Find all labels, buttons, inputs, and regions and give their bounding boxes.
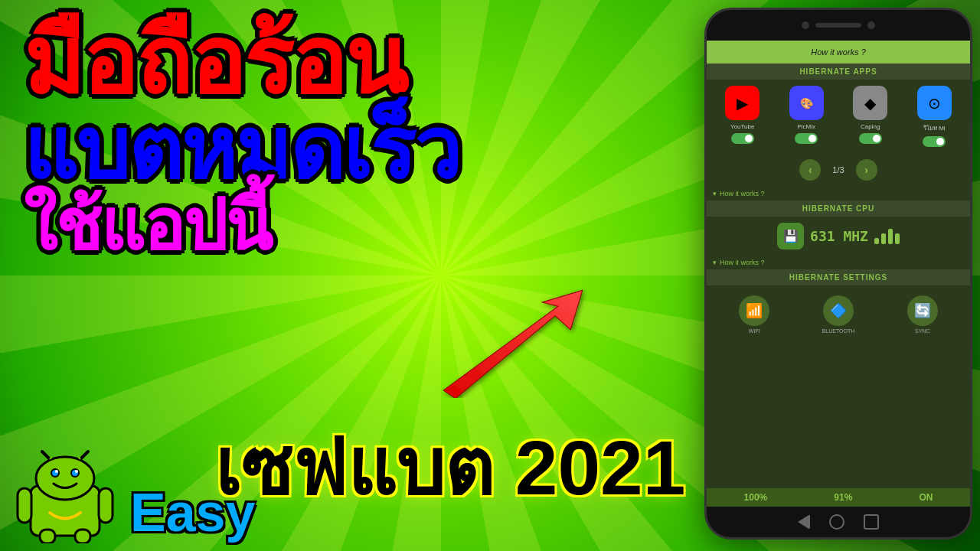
phone-notch xyxy=(707,10,970,41)
screen-header: How it works ? xyxy=(707,41,970,64)
cpu-bar-2 xyxy=(881,233,886,244)
sync-status-value: ON xyxy=(919,492,933,503)
cpu-frequency: 631 MHZ xyxy=(810,228,868,244)
cpu-section: 💾 631 MHZ xyxy=(707,217,970,256)
page-number: 1/3 xyxy=(832,165,844,174)
picmix-toggle[interactable] xyxy=(795,133,818,144)
how-it-works-cpu-label: How it works ? xyxy=(720,259,765,266)
settings-icons-row: 📶 WIFI 🔷 BLUETOOTH 🔄 SYNC xyxy=(713,295,964,334)
status-bar: 100% 91% ON xyxy=(707,488,970,507)
hibernate-settings-title: HIBERNATE SETTINGS xyxy=(707,269,970,285)
battery-status-value: 91% xyxy=(834,492,852,503)
front-camera-2 xyxy=(867,21,875,29)
save-text: เซฟแบต 2021 xyxy=(214,406,685,528)
hibernate-cpu-title: HIBERNATE CPU xyxy=(707,201,970,217)
app-grid: ▶ YouTube 🎨 PicMix ◆ Caping ⊙ รีโมท Mi xyxy=(707,80,970,153)
svg-marker-1 xyxy=(444,291,582,398)
pagination-row: ‹ 1/3 › xyxy=(707,153,970,187)
wifi-label: WIFI xyxy=(749,328,760,334)
svg-point-4 xyxy=(51,469,59,477)
mi-icon: ⊙ xyxy=(917,86,952,120)
svg-rect-15 xyxy=(75,530,90,543)
battery-status: 91% xyxy=(834,492,852,503)
svg-line-8 xyxy=(42,452,50,459)
svg-point-5 xyxy=(71,469,79,477)
wifi-status: 100% xyxy=(744,492,768,503)
red-arrow xyxy=(421,283,612,398)
caping-label: Caping xyxy=(861,123,880,130)
home-button[interactable] xyxy=(829,514,844,530)
app-item-caping: ◆ Caping xyxy=(853,86,887,147)
svg-line-10 xyxy=(80,452,88,459)
wifi-status-value: 100% xyxy=(744,492,768,503)
youtube-icon: ▶ xyxy=(725,86,760,120)
front-camera xyxy=(802,21,809,29)
title-line2: แบตหมดเร็ว xyxy=(23,107,643,191)
magic-text: How it works ? xyxy=(714,47,962,57)
caping-icon: ◆ xyxy=(853,86,887,120)
speaker xyxy=(815,23,861,28)
settings-section: 📶 WIFI 🔷 BLUETOOTH 🔄 SYNC xyxy=(707,285,970,340)
mi-label: รีโมท Mi xyxy=(923,123,946,133)
bluetooth-icon[interactable]: 🔷 xyxy=(823,295,854,326)
svg-rect-13 xyxy=(99,488,113,523)
caping-toggle[interactable] xyxy=(859,133,882,144)
bluetooth-setting: 🔷 BLUETOOTH xyxy=(822,295,855,334)
sync-label: SYNC xyxy=(915,328,929,334)
phone-container: How it works ? HIBERNATE APPS ▶ YouTube … xyxy=(704,8,972,540)
how-it-works-label: How it works ? xyxy=(720,190,765,197)
svg-point-6 xyxy=(55,470,58,473)
chevron-down-icon: ▾ xyxy=(713,190,717,197)
hibernate-apps-title: HIBERNATE APPS xyxy=(707,64,970,80)
easy-label: Easy xyxy=(130,486,255,540)
chevron-down-icon-2: ▾ xyxy=(713,259,717,266)
cpu-bars xyxy=(874,229,900,244)
cpu-bar-3 xyxy=(888,229,893,244)
picmix-icon: 🎨 xyxy=(789,86,824,120)
mi-toggle[interactable] xyxy=(923,136,946,147)
wifi-icon[interactable]: 📶 xyxy=(739,295,769,326)
back-button[interactable] xyxy=(798,514,810,530)
how-it-works-cpu[interactable]: ▾ How it works ? xyxy=(707,256,970,269)
youtube-toggle[interactable] xyxy=(731,133,754,144)
sync-icon[interactable]: 🔄 xyxy=(907,295,938,326)
cpu-bar-1 xyxy=(874,238,879,244)
sync-status: ON xyxy=(919,492,933,503)
svg-rect-14 xyxy=(40,530,55,543)
title-line3: ใช้แอปนี้ xyxy=(23,191,643,260)
svg-point-3 xyxy=(36,457,94,500)
bottom-left-area: Easy xyxy=(15,444,255,543)
next-page-button[interactable]: › xyxy=(856,159,877,181)
cpu-bar-4 xyxy=(895,233,900,244)
cpu-icon: 💾 xyxy=(777,223,804,249)
prev-page-button[interactable]: ‹ xyxy=(799,159,821,181)
bluetooth-label: BLUETOOTH xyxy=(822,328,855,334)
cpu-display: 💾 631 MHZ xyxy=(777,223,900,249)
recent-button[interactable] xyxy=(864,514,879,530)
android-logo xyxy=(15,444,115,543)
phone-bottom-bar xyxy=(707,507,970,537)
youtube-label: YouTube xyxy=(730,123,754,130)
app-item-mi: ⊙ รีโมท Mi xyxy=(917,86,952,147)
app-item-youtube: ▶ YouTube xyxy=(725,86,760,147)
phone-frame: How it works ? HIBERNATE APPS ▶ YouTube … xyxy=(704,8,972,540)
how-it-works-apps[interactable]: ▾ How it works ? xyxy=(707,187,970,201)
svg-rect-12 xyxy=(18,488,31,523)
phone-screen: How it works ? HIBERNATE APPS ▶ YouTube … xyxy=(707,41,970,507)
svg-point-7 xyxy=(75,470,78,473)
sync-setting: 🔄 SYNC xyxy=(907,295,938,334)
app-item-picmix: 🎨 PicMix xyxy=(789,86,824,147)
wifi-setting: 📶 WIFI xyxy=(739,295,769,334)
title-line1: มือถือร้อน xyxy=(23,15,643,107)
picmix-label: PicMix xyxy=(797,123,815,130)
